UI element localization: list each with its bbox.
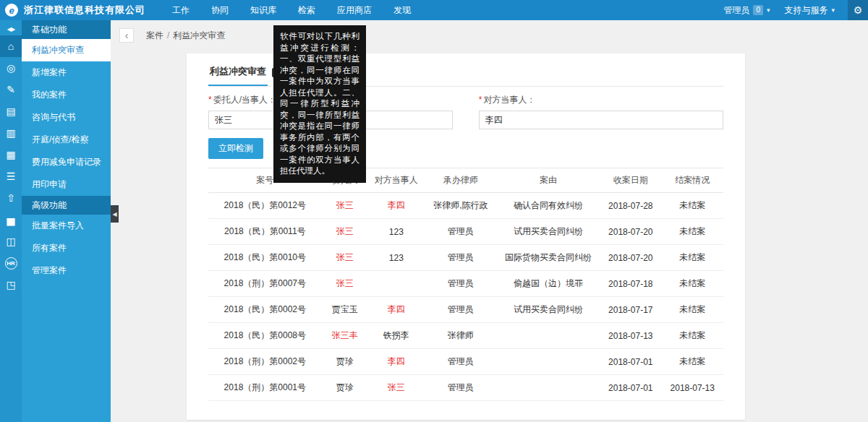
main-content: ‹ 案件 / 利益冲突审查 利益冲突审查 i *委托人/当事人： *对方当事人： <box>111 20 868 422</box>
breadcrumb-current: 利益冲突审查 <box>173 30 225 42</box>
table-row: 2018（民）第0012号张三李四张律师,陈行政确认合同有效纠纷2018-07-… <box>208 193 723 219</box>
tab-conflict-review[interactable]: 利益冲突审查 <box>208 65 268 86</box>
cell-cause: 偷越国（边）境罪 <box>497 271 600 297</box>
top-menu-collaboration[interactable]: 协同 <box>200 0 239 20</box>
cell-case-no: 2018（民）第0008号 <box>208 323 322 349</box>
rail-collapse-icon[interactable]: ◀▶ <box>7 20 14 35</box>
sidebar-item-all-cases[interactable]: 所有案件 <box>22 237 111 259</box>
cell-opponent <box>368 271 425 297</box>
cell-status: 未结案 <box>662 219 723 245</box>
cell-client: 张三丰 <box>322 323 368 349</box>
apps-grid-icon[interactable]: ▦ <box>0 144 22 165</box>
topbar-right: 管理员 0 ▾ 支持与服务 ▾ ⚙ <box>716 0 868 20</box>
sidebar-item-hearing[interactable]: 开庭/侦查/检察 <box>22 129 111 151</box>
opponent-input[interactable] <box>479 111 723 129</box>
cube-icon[interactable]: ◳ <box>0 274 22 296</box>
detect-button[interactable]: 立即检测 <box>208 138 263 159</box>
user-menu[interactable]: 管理员 0 ▾ <box>716 0 777 20</box>
top-menu-knowledge[interactable]: 知识库 <box>239 0 287 20</box>
cell-case-no: 2018（刑）第0007号 <box>208 271 322 297</box>
sidebar-item-my-cases[interactable]: 我的案件 <box>22 84 111 106</box>
table-row: 2018（民）第0010号张三123管理员国际货物买卖合同纠纷2018-07-2… <box>208 245 723 271</box>
sidebar-item-fee-waiver[interactable]: 费用减免申请记录 <box>22 151 111 173</box>
support-label: 支持与服务 <box>784 4 827 17</box>
top-menu-discover[interactable]: 发现 <box>383 0 422 20</box>
cell-status: 未结案 <box>662 349 723 375</box>
support-menu[interactable]: 支持与服务 ▾ <box>777 0 842 20</box>
cell-date: 2018-07-13 <box>600 323 661 349</box>
app-logo-icon[interactable]: e <box>5 4 18 17</box>
col-opponent: 对方当事人 <box>368 168 425 193</box>
cell-client: 张三 <box>322 271 368 297</box>
case-table-body: 2018（民）第0012号张三李四张律师,陈行政确认合同有效纠纷2018-07-… <box>208 193 723 401</box>
print-icon[interactable]: ▤ <box>0 100 22 122</box>
required-mark: * <box>208 95 212 105</box>
breadcrumb-separator: / <box>167 30 169 40</box>
cell-client: 张三 <box>322 193 368 219</box>
sidebar-collapse-handle[interactable]: ◀ <box>111 205 119 223</box>
cell-lawyer: 张律师 <box>425 323 497 349</box>
cell-case-no: 2018（民）第0010号 <box>208 245 322 271</box>
caret-down-icon: ▾ <box>831 7 835 14</box>
cell-client: 贾宝玉 <box>322 297 368 323</box>
search-icon[interactable]: ◎ <box>0 57 22 79</box>
gear-icon[interactable]: ⚙ <box>848 0 868 20</box>
table-row: 2018（刑）第0007号张三管理员偷越国（边）境罪2018-07-18未结案 <box>208 271 723 297</box>
top-menu-search[interactable]: 检索 <box>287 0 326 20</box>
cell-date: 2018-07-01 <box>600 375 661 401</box>
col-lawyer: 承办律师 <box>425 168 497 193</box>
bar-chart-icon[interactable]: ▅ <box>0 209 22 231</box>
list-icon[interactable]: ☰ <box>0 165 22 187</box>
cell-lawyer: 管理员 <box>425 349 497 375</box>
cell-cause: 确认合同有效纠纷 <box>497 193 600 219</box>
conflict-review-panel: 利益冲突审查 i *委托人/当事人： *对方当事人： 立即检测 案号 <box>187 53 745 420</box>
sidebar-item-conflict-review[interactable]: 利益冲突审查 <box>22 39 111 61</box>
cell-lawyer: 管理员 <box>425 271 497 297</box>
sidebar-item-batch-import[interactable]: 批量案件导入 <box>22 215 111 237</box>
cell-lawyer: 管理员 <box>425 297 497 323</box>
top-menu-appstore[interactable]: 应用商店 <box>326 0 383 20</box>
cell-status: 未结案 <box>662 271 723 297</box>
workdesk-icon[interactable]: ✎ <box>0 79 22 100</box>
cell-date: 2018-07-17 <box>600 297 661 323</box>
cell-opponent: 123 <box>368 245 425 271</box>
cell-opponent: 123 <box>368 219 425 245</box>
cell-cause: 试用买卖合同纠纷 <box>497 219 600 245</box>
cell-lawyer: 管理员 <box>425 375 497 401</box>
company-name: 浙江律联信息科技有限公司 <box>24 4 145 17</box>
sidebar-item-seal-request[interactable]: 用印申请 <box>22 173 111 196</box>
back-button[interactable]: ‹ <box>119 28 134 43</box>
icon-rail: ◀▶ ⌂ ◎ ✎ ▤ ▥ ▦ ☰ ⇧ ▅ ◫ HR ◳ <box>0 20 22 422</box>
cell-cause <box>497 349 600 375</box>
cell-case-no: 2018（民）第0012号 <box>208 193 322 219</box>
opponent-field-label: *对方当事人： <box>479 94 723 106</box>
opponent-field: *对方当事人： <box>479 94 723 129</box>
case-table: 案号 委托人 对方当事人 承办律师 案由 收案日期 结案情况 2018（民）第0… <box>208 168 723 401</box>
upload-icon[interactable]: ⇧ <box>0 187 22 209</box>
cell-opponent: 张三 <box>368 375 425 401</box>
table-row: 2018（民）第0008号张三丰铁拐李张律师2018-07-13未结案 <box>208 323 723 349</box>
gallery-icon[interactable]: ◫ <box>0 231 22 252</box>
sidebar-item-new-case[interactable]: 新增案件 <box>22 61 111 84</box>
home-icon[interactable]: ⌂ <box>0 35 22 57</box>
sidebar-item-manage-cases[interactable]: 管理案件 <box>22 259 111 282</box>
cell-date: 2018-07-20 <box>600 245 661 271</box>
contacts-icon[interactable]: ▥ <box>0 122 22 144</box>
sidebar-item-consulting[interactable]: 咨询与代书 <box>22 106 111 129</box>
hr-icon-label: HR <box>5 257 17 270</box>
cell-cause: 试用买卖合同纠纷 <box>497 297 600 323</box>
breadcrumb-cases[interactable]: 案件 <box>146 30 163 42</box>
sidebar-section-advanced[interactable]: 高级功能 <box>22 196 111 215</box>
cell-status: 未结案 <box>662 297 723 323</box>
sidebar-section-basic[interactable]: 基础功能 <box>22 20 111 39</box>
cell-client: 贾珍 <box>322 375 368 401</box>
cell-cause: 国际货物买卖合同纠纷 <box>497 245 600 271</box>
cell-cause <box>497 375 600 401</box>
required-mark: * <box>479 95 482 105</box>
cell-status: 2018-07-13 <box>662 375 723 401</box>
cell-lawyer: 管理员 <box>425 219 497 245</box>
top-menu-work[interactable]: 工作 <box>161 0 200 20</box>
cell-lawyer: 管理员 <box>425 245 497 271</box>
hr-icon[interactable]: HR <box>0 252 22 274</box>
breadcrumb: ‹ 案件 / 利益冲突审查 <box>111 20 868 45</box>
